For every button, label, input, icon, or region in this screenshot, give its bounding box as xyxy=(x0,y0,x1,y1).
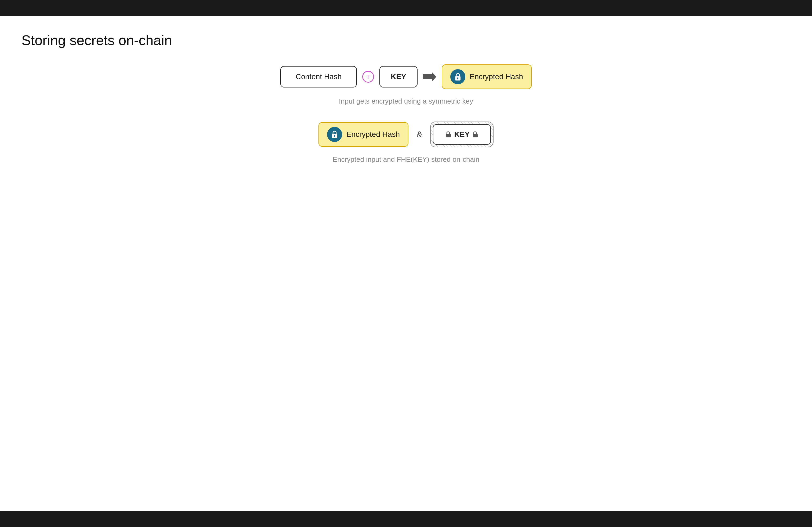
svg-rect-3 xyxy=(457,78,458,79)
svg-rect-7 xyxy=(446,134,451,137)
encryption-caption: Input gets encrypted using a symmetric k… xyxy=(339,97,473,105)
lock-circle-top xyxy=(450,69,465,84)
page-title: Storing secrets on-chain xyxy=(21,32,791,48)
key-box-top: KEY xyxy=(379,66,418,88)
top-bar xyxy=(0,0,812,16)
arrow-right xyxy=(423,72,436,81)
encryption-flow-section: Content Hash + KEY xyxy=(21,64,791,105)
key-box-bottom: KEY xyxy=(433,124,491,145)
onchain-caption: Encrypted input and FHE(KEY) stored on-c… xyxy=(333,155,479,164)
svg-marker-0 xyxy=(423,72,436,81)
lock-small-right xyxy=(472,131,478,138)
plus-operator: + xyxy=(362,71,374,82)
key-label-top: KEY xyxy=(391,73,406,81)
lock-circle-bottom xyxy=(327,127,342,142)
bottom-row: Encrypted Hash & KEY xyxy=(318,122,494,147)
encrypted-hash-box-bottom: Encrypted Hash xyxy=(318,122,408,147)
plus-symbol: + xyxy=(366,73,370,81)
encrypted-hash-box-top: Encrypted Hash xyxy=(442,64,532,89)
hatched-key-container: KEY xyxy=(430,122,494,147)
onchain-section: Encrypted Hash & KEY xyxy=(21,122,791,164)
lock-small-left xyxy=(446,131,451,138)
key-label-bottom: KEY xyxy=(454,130,470,139)
content-hash-label: Content Hash xyxy=(296,73,342,81)
content-hash-box: Content Hash xyxy=(280,66,357,88)
main-content: Storing secrets on-chain Content Hash + … xyxy=(0,16,812,511)
ampersand: & xyxy=(417,130,422,139)
lock-icon-bottom xyxy=(331,131,338,138)
arrow-icon xyxy=(423,72,436,81)
svg-rect-8 xyxy=(473,134,478,137)
encrypted-hash-label-bottom: Encrypted Hash xyxy=(346,130,400,139)
lock-icon-top xyxy=(454,73,462,81)
svg-rect-6 xyxy=(334,136,335,137)
bottom-bar xyxy=(0,511,812,527)
flow-row-1: Content Hash + KEY xyxy=(280,64,532,89)
encrypted-hash-label-top: Encrypted Hash xyxy=(470,73,523,81)
